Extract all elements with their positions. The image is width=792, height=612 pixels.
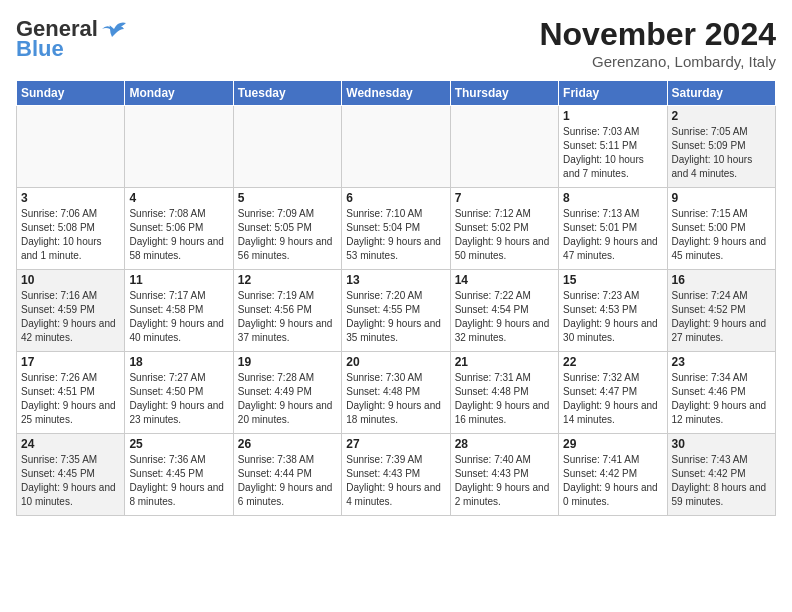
day-number: 21 bbox=[455, 355, 554, 369]
day-number: 17 bbox=[21, 355, 120, 369]
day-number: 6 bbox=[346, 191, 445, 205]
calendar-cell: 11Sunrise: 7:17 AMSunset: 4:58 PMDayligh… bbox=[125, 270, 233, 352]
logo-blue: Blue bbox=[16, 36, 64, 62]
weekday-header-sunday: Sunday bbox=[17, 81, 125, 106]
weekday-header-saturday: Saturday bbox=[667, 81, 775, 106]
day-number: 29 bbox=[563, 437, 662, 451]
calendar-cell: 17Sunrise: 7:26 AMSunset: 4:51 PMDayligh… bbox=[17, 352, 125, 434]
calendar-cell: 18Sunrise: 7:27 AMSunset: 4:50 PMDayligh… bbox=[125, 352, 233, 434]
calendar-cell: 14Sunrise: 7:22 AMSunset: 4:54 PMDayligh… bbox=[450, 270, 558, 352]
calendar-cell: 7Sunrise: 7:12 AMSunset: 5:02 PMDaylight… bbox=[450, 188, 558, 270]
calendar-cell: 30Sunrise: 7:43 AMSunset: 4:42 PMDayligh… bbox=[667, 434, 775, 516]
calendar-cell: 3Sunrise: 7:06 AMSunset: 5:08 PMDaylight… bbox=[17, 188, 125, 270]
day-info: Sunrise: 7:10 AMSunset: 5:04 PMDaylight:… bbox=[346, 207, 445, 263]
day-info: Sunrise: 7:40 AMSunset: 4:43 PMDaylight:… bbox=[455, 453, 554, 509]
day-info: Sunrise: 7:39 AMSunset: 4:43 PMDaylight:… bbox=[346, 453, 445, 509]
day-info: Sunrise: 7:05 AMSunset: 5:09 PMDaylight:… bbox=[672, 125, 771, 181]
calendar-cell: 8Sunrise: 7:13 AMSunset: 5:01 PMDaylight… bbox=[559, 188, 667, 270]
day-info: Sunrise: 7:23 AMSunset: 4:53 PMDaylight:… bbox=[563, 289, 662, 345]
day-number: 23 bbox=[672, 355, 771, 369]
day-number: 4 bbox=[129, 191, 228, 205]
day-info: Sunrise: 7:17 AMSunset: 4:58 PMDaylight:… bbox=[129, 289, 228, 345]
day-number: 1 bbox=[563, 109, 662, 123]
weekday-header-tuesday: Tuesday bbox=[233, 81, 341, 106]
calendar-cell: 1Sunrise: 7:03 AMSunset: 5:11 PMDaylight… bbox=[559, 106, 667, 188]
week-row-3: 10Sunrise: 7:16 AMSunset: 4:59 PMDayligh… bbox=[17, 270, 776, 352]
title-block: November 2024 Gerenzano, Lombardy, Italy bbox=[539, 16, 776, 70]
logo: General Blue bbox=[16, 16, 128, 62]
day-info: Sunrise: 7:26 AMSunset: 4:51 PMDaylight:… bbox=[21, 371, 120, 427]
day-number: 26 bbox=[238, 437, 337, 451]
calendar-cell: 27Sunrise: 7:39 AMSunset: 4:43 PMDayligh… bbox=[342, 434, 450, 516]
calendar-cell: 26Sunrise: 7:38 AMSunset: 4:44 PMDayligh… bbox=[233, 434, 341, 516]
calendar-cell bbox=[450, 106, 558, 188]
day-info: Sunrise: 7:16 AMSunset: 4:59 PMDaylight:… bbox=[21, 289, 120, 345]
day-number: 20 bbox=[346, 355, 445, 369]
calendar-cell: 22Sunrise: 7:32 AMSunset: 4:47 PMDayligh… bbox=[559, 352, 667, 434]
day-number: 22 bbox=[563, 355, 662, 369]
day-number: 2 bbox=[672, 109, 771, 123]
calendar-cell: 10Sunrise: 7:16 AMSunset: 4:59 PMDayligh… bbox=[17, 270, 125, 352]
day-number: 30 bbox=[672, 437, 771, 451]
day-number: 9 bbox=[672, 191, 771, 205]
day-number: 12 bbox=[238, 273, 337, 287]
day-info: Sunrise: 7:36 AMSunset: 4:45 PMDaylight:… bbox=[129, 453, 228, 509]
day-number: 16 bbox=[672, 273, 771, 287]
day-info: Sunrise: 7:32 AMSunset: 4:47 PMDaylight:… bbox=[563, 371, 662, 427]
day-info: Sunrise: 7:38 AMSunset: 4:44 PMDaylight:… bbox=[238, 453, 337, 509]
calendar-cell: 23Sunrise: 7:34 AMSunset: 4:46 PMDayligh… bbox=[667, 352, 775, 434]
day-info: Sunrise: 7:24 AMSunset: 4:52 PMDaylight:… bbox=[672, 289, 771, 345]
day-number: 13 bbox=[346, 273, 445, 287]
day-number: 5 bbox=[238, 191, 337, 205]
week-row-4: 17Sunrise: 7:26 AMSunset: 4:51 PMDayligh… bbox=[17, 352, 776, 434]
calendar-cell bbox=[342, 106, 450, 188]
calendar-cell: 29Sunrise: 7:41 AMSunset: 4:42 PMDayligh… bbox=[559, 434, 667, 516]
weekday-header-monday: Monday bbox=[125, 81, 233, 106]
calendar-cell: 28Sunrise: 7:40 AMSunset: 4:43 PMDayligh… bbox=[450, 434, 558, 516]
day-info: Sunrise: 7:13 AMSunset: 5:01 PMDaylight:… bbox=[563, 207, 662, 263]
day-info: Sunrise: 7:27 AMSunset: 4:50 PMDaylight:… bbox=[129, 371, 228, 427]
logo-bird-icon bbox=[100, 19, 128, 39]
calendar-cell: 13Sunrise: 7:20 AMSunset: 4:55 PMDayligh… bbox=[342, 270, 450, 352]
weekday-header-friday: Friday bbox=[559, 81, 667, 106]
weekday-header-row: SundayMondayTuesdayWednesdayThursdayFrid… bbox=[17, 81, 776, 106]
day-number: 27 bbox=[346, 437, 445, 451]
day-number: 18 bbox=[129, 355, 228, 369]
day-number: 8 bbox=[563, 191, 662, 205]
day-info: Sunrise: 7:08 AMSunset: 5:06 PMDaylight:… bbox=[129, 207, 228, 263]
calendar-cell: 6Sunrise: 7:10 AMSunset: 5:04 PMDaylight… bbox=[342, 188, 450, 270]
calendar-table: SundayMondayTuesdayWednesdayThursdayFrid… bbox=[16, 80, 776, 516]
day-number: 11 bbox=[129, 273, 228, 287]
day-number: 25 bbox=[129, 437, 228, 451]
day-number: 19 bbox=[238, 355, 337, 369]
day-number: 28 bbox=[455, 437, 554, 451]
day-info: Sunrise: 7:22 AMSunset: 4:54 PMDaylight:… bbox=[455, 289, 554, 345]
calendar-cell: 19Sunrise: 7:28 AMSunset: 4:49 PMDayligh… bbox=[233, 352, 341, 434]
calendar-cell bbox=[17, 106, 125, 188]
day-info: Sunrise: 7:19 AMSunset: 4:56 PMDaylight:… bbox=[238, 289, 337, 345]
calendar-cell: 21Sunrise: 7:31 AMSunset: 4:48 PMDayligh… bbox=[450, 352, 558, 434]
day-info: Sunrise: 7:28 AMSunset: 4:49 PMDaylight:… bbox=[238, 371, 337, 427]
calendar-cell: 12Sunrise: 7:19 AMSunset: 4:56 PMDayligh… bbox=[233, 270, 341, 352]
day-number: 10 bbox=[21, 273, 120, 287]
day-info: Sunrise: 7:20 AMSunset: 4:55 PMDaylight:… bbox=[346, 289, 445, 345]
day-info: Sunrise: 7:09 AMSunset: 5:05 PMDaylight:… bbox=[238, 207, 337, 263]
location: Gerenzano, Lombardy, Italy bbox=[539, 53, 776, 70]
day-info: Sunrise: 7:34 AMSunset: 4:46 PMDaylight:… bbox=[672, 371, 771, 427]
calendar-cell: 5Sunrise: 7:09 AMSunset: 5:05 PMDaylight… bbox=[233, 188, 341, 270]
calendar-cell bbox=[125, 106, 233, 188]
day-number: 24 bbox=[21, 437, 120, 451]
day-number: 15 bbox=[563, 273, 662, 287]
day-info: Sunrise: 7:15 AMSunset: 5:00 PMDaylight:… bbox=[672, 207, 771, 263]
day-info: Sunrise: 7:06 AMSunset: 5:08 PMDaylight:… bbox=[21, 207, 120, 263]
calendar-cell: 9Sunrise: 7:15 AMSunset: 5:00 PMDaylight… bbox=[667, 188, 775, 270]
week-row-1: 1Sunrise: 7:03 AMSunset: 5:11 PMDaylight… bbox=[17, 106, 776, 188]
calendar-cell: 25Sunrise: 7:36 AMSunset: 4:45 PMDayligh… bbox=[125, 434, 233, 516]
week-row-5: 24Sunrise: 7:35 AMSunset: 4:45 PMDayligh… bbox=[17, 434, 776, 516]
day-info: Sunrise: 7:30 AMSunset: 4:48 PMDaylight:… bbox=[346, 371, 445, 427]
day-info: Sunrise: 7:03 AMSunset: 5:11 PMDaylight:… bbox=[563, 125, 662, 181]
weekday-header-wednesday: Wednesday bbox=[342, 81, 450, 106]
month-title: November 2024 bbox=[539, 16, 776, 53]
day-number: 7 bbox=[455, 191, 554, 205]
day-info: Sunrise: 7:31 AMSunset: 4:48 PMDaylight:… bbox=[455, 371, 554, 427]
